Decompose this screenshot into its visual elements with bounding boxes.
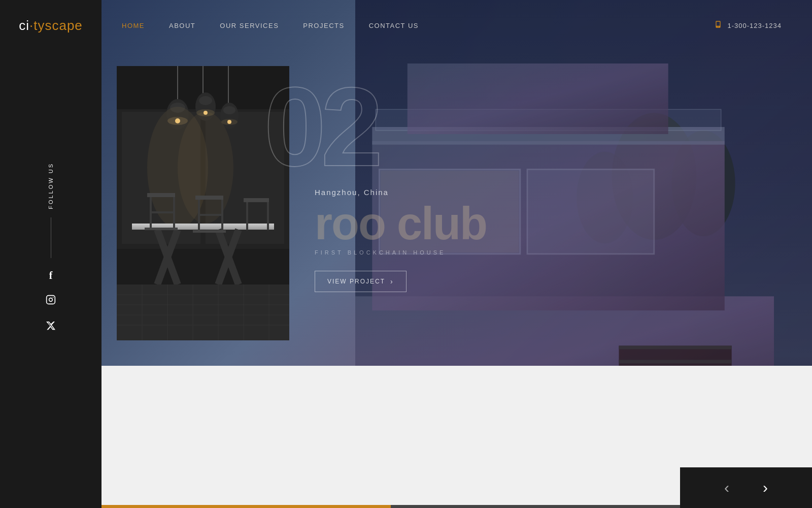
svg-rect-54 (145, 228, 178, 230)
nav-services[interactable]: OUR SERVICES (220, 22, 279, 29)
slide-location: Hangzhou, China (315, 188, 487, 197)
nav-arrows: ‹ › (680, 467, 812, 508)
svg-point-1 (49, 298, 53, 301)
nav-contact[interactable]: CONTACT US (369, 22, 419, 29)
svg-point-40 (223, 106, 235, 114)
svg-rect-55 (195, 196, 223, 200)
facebook-icon[interactable]: f (49, 270, 53, 280)
sidebar: ci·tyscape FOLLOW US f (0, 0, 101, 508)
progress-1[interactable] (101, 505, 246, 508)
svg-rect-63 (117, 284, 289, 340)
social-icons: f (46, 270, 56, 332)
nav-home[interactable]: HOME (122, 22, 145, 29)
slide-title: roo club (315, 201, 487, 246)
svg-point-36 (199, 96, 212, 105)
svg-point-44 (178, 112, 233, 224)
twitter-icon[interactable] (46, 321, 56, 332)
svg-rect-60 (244, 198, 269, 202)
logo[interactable]: ci·tyscape (19, 18, 83, 34)
nav-links: HOME ABOUT OUR SERVICES PROJECTS CONTACT… (122, 22, 419, 29)
sidebar-divider (51, 217, 51, 258)
nav-about[interactable]: ABOUT (169, 22, 195, 29)
interior-image (117, 66, 289, 340)
logo-scape: tyscape (33, 18, 83, 33)
prev-arrow-button[interactable]: ‹ (720, 476, 733, 499)
social-section: FOLLOW US f (0, 163, 101, 332)
phone-area: 1-300-123-1234 (714, 20, 782, 30)
interior-panel (117, 66, 289, 340)
view-project-label: View Project (327, 278, 385, 285)
nav-projects[interactable]: PROJECTS (303, 22, 344, 29)
logo-area: ci·tyscape (0, 0, 101, 51)
header: HOME ABOUT OUR SERVICES PROJECTS CONTACT… (101, 0, 812, 51)
phone-icon (714, 20, 722, 30)
interior-svg (117, 66, 289, 340)
progress-3[interactable] (391, 505, 535, 508)
slide-content: Hangzhou, China roo club FIRST BLOCKCHAI… (315, 188, 487, 292)
svg-point-42 (221, 119, 238, 125)
instagram-icon[interactable] (46, 295, 56, 306)
svg-rect-62 (267, 202, 269, 230)
page-wrapper: ci·tyscape FOLLOW US f (0, 0, 812, 508)
svg-rect-0 (47, 295, 55, 304)
svg-rect-59 (193, 230, 226, 233)
svg-rect-61 (246, 202, 248, 230)
follow-us-label: FOLLOW US (48, 163, 54, 209)
svg-rect-50 (147, 193, 175, 197)
slide-number: 02 (264, 71, 378, 183)
progress-bar (101, 505, 680, 508)
next-arrow-button[interactable]: › (759, 476, 772, 499)
progress-4[interactable] (535, 505, 680, 508)
main-content: HOME ABOUT OUR SERVICES PROJECTS CONTACT… (101, 0, 812, 508)
progress-2[interactable] (246, 505, 391, 508)
logo-dot-icon: · (29, 18, 33, 33)
svg-point-2 (53, 297, 54, 298)
arrow-right-icon: › (390, 277, 394, 285)
slide-subtitle: FIRST BLOCKCHAIN HOUSE (315, 249, 487, 256)
phone-number: 1-300-123-1234 (727, 22, 782, 29)
view-project-button[interactable]: View Project › (315, 271, 407, 292)
logo-city: ci (19, 18, 29, 33)
